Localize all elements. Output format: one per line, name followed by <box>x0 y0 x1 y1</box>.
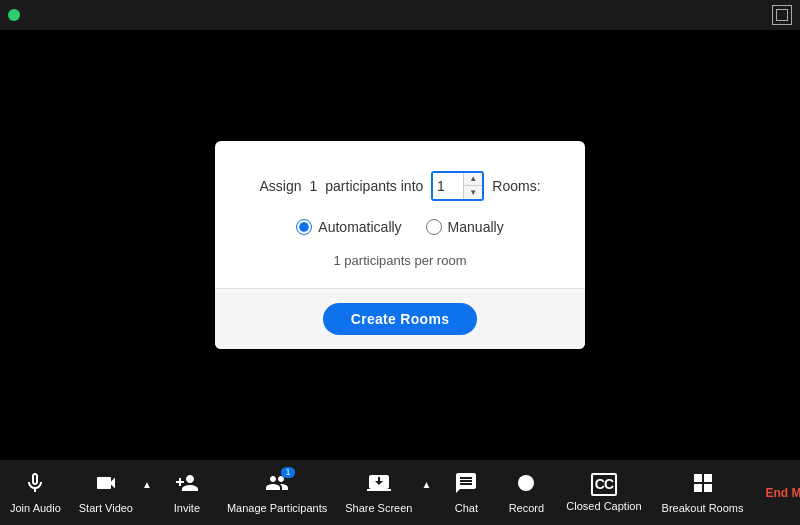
toolbar-item-chat[interactable]: Chat <box>436 465 496 520</box>
manually-label-text: Manually <box>448 219 504 235</box>
chat-label: Chat <box>455 502 478 514</box>
microphone-icon <box>23 471 47 498</box>
toolbar-item-share-screen: Share Screen ▲ <box>337 459 436 525</box>
breakout-rooms-dialog: Assign 1 participants into ▲ ▼ Rooms: Au… <box>215 141 585 349</box>
assign-middle-text: participants into <box>325 178 423 194</box>
create-rooms-button[interactable]: Create Rooms <box>323 303 478 335</box>
assignment-radio-group: Automatically Manually <box>296 219 503 235</box>
spinner-up-button[interactable]: ▲ <box>464 173 482 186</box>
assign-row: Assign 1 participants into ▲ ▼ Rooms: <box>259 171 540 201</box>
svg-point-0 <box>518 475 534 491</box>
status-indicator <box>8 9 20 21</box>
toolbar-item-manage-participants[interactable]: 1 Manage Participants <box>217 465 337 520</box>
spinner-down-button[interactable]: ▼ <box>464 186 482 199</box>
share-screen-icon <box>367 471 391 498</box>
participants-count-text: 1 <box>309 178 317 194</box>
automatically-radio[interactable] <box>296 219 312 235</box>
per-room-text: 1 participants per room <box>334 253 467 268</box>
toolbar-item-breakout-rooms[interactable]: Breakout Rooms <box>652 465 754 520</box>
dialog-body: Assign 1 participants into ▲ ▼ Rooms: Au… <box>215 141 585 288</box>
toolbar-item-start-video: Start Video ▲ <box>71 459 157 525</box>
camera-icon <box>94 471 118 498</box>
toolbar: Join Audio Start Video ▲ Invite 1 <box>0 460 800 525</box>
manually-radio-label[interactable]: Manually <box>426 219 504 235</box>
join-audio-label: Join Audio <box>10 502 61 514</box>
dialog-footer: Create Rooms <box>215 288 585 349</box>
manually-radio[interactable] <box>426 219 442 235</box>
toolbar-item-closed-caption[interactable]: CC Closed Caption <box>556 467 651 518</box>
toolbar-item-invite[interactable]: Invite <box>157 465 217 520</box>
rooms-suffix-text: Rooms: <box>492 178 540 194</box>
toolbar-item-record[interactable]: Record <box>496 465 556 520</box>
share-screen-button[interactable]: Share Screen <box>339 465 418 520</box>
rooms-spinner[interactable]: ▲ ▼ <box>431 171 484 201</box>
top-bar-left <box>8 9 20 21</box>
assign-prefix-text: Assign <box>259 178 301 194</box>
participants-icon: 1 <box>265 471 289 498</box>
share-screen-label: Share Screen <box>345 502 412 514</box>
closed-caption-label: Closed Caption <box>566 500 641 512</box>
record-icon <box>514 471 538 498</box>
start-video-label: Start Video <box>79 502 133 514</box>
participants-badge: 1 <box>281 467 295 478</box>
fullscreen-icon <box>776 9 788 21</box>
spinner-buttons: ▲ ▼ <box>463 173 482 199</box>
start-video-arrow[interactable]: ▲ <box>139 473 155 496</box>
top-bar <box>0 0 800 30</box>
top-bar-right <box>772 5 792 25</box>
share-screen-arrow[interactable]: ▲ <box>418 473 434 496</box>
breakout-rooms-label: Breakout Rooms <box>662 502 744 514</box>
breakout-rooms-icon <box>691 471 715 498</box>
video-area: Assign 1 participants into ▲ ▼ Rooms: Au… <box>0 30 800 460</box>
chat-icon <box>454 471 478 498</box>
invite-icon <box>175 471 199 498</box>
toolbar-left: Join Audio Start Video ▲ Invite 1 <box>0 459 754 525</box>
toolbar-item-join-audio[interactable]: Join Audio <box>0 465 71 520</box>
automatically-radio-label[interactable]: Automatically <box>296 219 401 235</box>
fullscreen-button[interactable] <box>772 5 792 25</box>
invite-label: Invite <box>174 502 200 514</box>
manage-participants-label: Manage Participants <box>227 502 327 514</box>
end-meeting-button[interactable]: End Meeting <box>754 478 800 508</box>
start-video-button[interactable]: Start Video <box>73 465 139 520</box>
closed-caption-icon: CC <box>591 473 617 496</box>
automatically-label-text: Automatically <box>318 219 401 235</box>
record-label: Record <box>509 502 544 514</box>
rooms-number-input[interactable] <box>433 173 463 199</box>
